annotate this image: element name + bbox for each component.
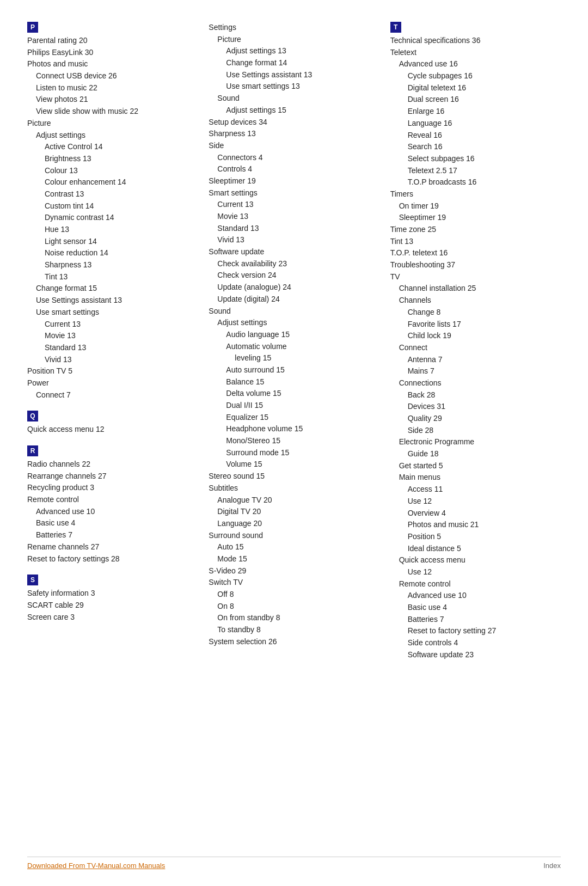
- index-entry: Side 28: [390, 425, 561, 437]
- index-entry: Change 8: [390, 307, 561, 319]
- index-entry: Digital teletext 16: [390, 82, 561, 94]
- index-entry: Batteries 7: [390, 614, 561, 626]
- index-entry: Language 20: [209, 518, 379, 530]
- index-entry: Teletext 2.5 17: [390, 165, 561, 177]
- index-entry: Select subpages 16: [390, 153, 561, 165]
- index-entry: Enlarge 16: [390, 106, 561, 118]
- index-entry: Remote control: [390, 578, 561, 590]
- index-entry: Setup devices 34: [209, 117, 379, 129]
- column-1: SettingsPictureAdjust settings 13Change …: [209, 22, 390, 647]
- index-entry: Photos and music 21: [390, 519, 561, 531]
- index-entry: Colour 13: [27, 165, 198, 177]
- index-entry: Mode 15: [209, 553, 379, 565]
- index-entry: Get started 5: [390, 460, 561, 472]
- index-entry: Hue 13: [27, 224, 198, 236]
- index-entry: Auto surround 15: [209, 364, 379, 376]
- page-footer: Downloaded From TV-Manual.com Manuals In…: [27, 857, 561, 870]
- index-entry: Safety information 3: [27, 588, 198, 600]
- index-entry: Basic use 4: [390, 602, 561, 614]
- index-entry: Automatic volume: [209, 341, 379, 353]
- index-entry: Check version 24: [209, 270, 379, 282]
- index-entry: Rename channels 27: [27, 541, 198, 553]
- index-entry: Electronic Programme: [390, 436, 561, 448]
- index-entry: Custom tint 14: [27, 200, 198, 212]
- index-entry: Surround mode 15: [209, 447, 379, 459]
- index-entry: Batteries 7: [27, 529, 198, 541]
- index-entry: Software update: [209, 246, 379, 258]
- index-entry: Use Settings assistant 13: [209, 69, 379, 81]
- index-entry: To standby 8: [209, 624, 379, 636]
- index-entry: Connect USB device 26: [27, 70, 198, 82]
- index-entry: T.O.P broadcasts 16: [390, 176, 561, 188]
- index-entry: Software update 23: [390, 649, 561, 661]
- index-entry: Picture: [27, 118, 198, 130]
- index-entry: Digital TV 20: [209, 506, 379, 518]
- index-entry: Advanced use 10: [27, 506, 198, 518]
- index-entry: Recycling product 3: [27, 482, 198, 494]
- index-entry: SCART cable 29: [27, 600, 198, 612]
- index-entry: Switch TV: [209, 577, 379, 589]
- index-entry: Equalizer 15: [209, 412, 379, 424]
- index-entry: Connectors 4: [209, 152, 379, 164]
- index-entry: View photos 21: [27, 94, 198, 106]
- section-header-Q: Q: [27, 411, 198, 421]
- index-entry: Use smart settings 13: [209, 81, 379, 93]
- index-entry: Active Control 14: [27, 141, 198, 153]
- index-entry: Balance 15: [209, 376, 379, 388]
- index-entry: On 8: [209, 601, 379, 613]
- column-2: TTechnical specifications 36TeletextAdva…: [390, 22, 561, 661]
- index-entry: Sound: [209, 305, 379, 317]
- index-entry: Connect 7: [27, 389, 198, 401]
- index-entry: Advanced use 10: [390, 590, 561, 602]
- index-entry: Audio language 15: [209, 329, 379, 341]
- index-entry: Sharpness 13: [209, 128, 379, 140]
- index-entry: Use smart settings: [27, 307, 198, 319]
- index-entry: Parental rating 20: [27, 35, 198, 47]
- index-entry: Delta volume 15: [209, 388, 379, 400]
- index-entry: Search 16: [390, 141, 561, 153]
- index-entry: Adjust settings 15: [209, 105, 379, 117]
- index-entry: Teletext: [390, 47, 561, 59]
- index-entry: Adjust settings: [27, 130, 198, 142]
- footer-page-label: Index: [543, 861, 561, 870]
- column-0: PParental rating 20Philips EasyLink 30Ph…: [27, 22, 209, 623]
- index-entry: Sharpness 13: [27, 259, 198, 271]
- index-entry: Position TV 5: [27, 365, 198, 377]
- letter-box-Q: Q: [27, 411, 38, 421]
- index-entry: Contrast 13: [27, 188, 198, 200]
- index-entry: Vivid 13: [209, 234, 379, 246]
- index-entry: Dual I/II 15: [209, 400, 379, 412]
- index-entry: Access 11: [390, 484, 561, 496]
- letter-box-P: P: [27, 22, 38, 33]
- index-entry: Child lock 19: [390, 330, 561, 342]
- letter-box-S: S: [27, 575, 38, 585]
- index-entry: Advanced use 16: [390, 58, 561, 70]
- index-entry: Reset to factory settings 28: [27, 553, 198, 565]
- page-container: PParental rating 20Philips EasyLink 30Ph…: [0, 0, 588, 693]
- index-entry: Sleeptimer 19: [209, 175, 379, 187]
- index-entry: Update (digital) 24: [209, 294, 379, 305]
- index-entry: Quality 29: [390, 413, 561, 425]
- index-entry: Use 12: [390, 496, 561, 508]
- index-entry: On timer 19: [390, 200, 561, 212]
- index-entry: Settings: [209, 22, 379, 34]
- index-entry: Technical specifications 36: [390, 35, 561, 47]
- index-entry: Auto 15: [209, 541, 379, 553]
- index-entry: Standard 13: [27, 342, 198, 354]
- index-entry: T.O.P. teletext 16: [390, 247, 561, 259]
- index-entry: Position 5: [390, 531, 561, 543]
- footer-link[interactable]: Downloaded From TV-Manual.com Manuals: [27, 861, 165, 870]
- index-entry: Favorite lists 17: [390, 319, 561, 331]
- index-entry: Screen care 3: [27, 612, 198, 624]
- index-entry: Connect: [390, 342, 561, 354]
- index-entry: Remote control: [27, 494, 198, 506]
- index-entry: Analogue TV 20: [209, 494, 379, 506]
- index-entry: Movie 13: [209, 211, 379, 223]
- index-entry: Quick access menu: [390, 554, 561, 566]
- index-entry: S-Video 29: [209, 565, 379, 577]
- index-entry: Colour enhancement 14: [27, 176, 198, 188]
- index-entry: Sleeptimer 19: [390, 212, 561, 224]
- index-entry: Off 8: [209, 589, 379, 601]
- index-entry: Surround sound: [209, 530, 379, 542]
- index-entry: Check availability 23: [209, 258, 379, 270]
